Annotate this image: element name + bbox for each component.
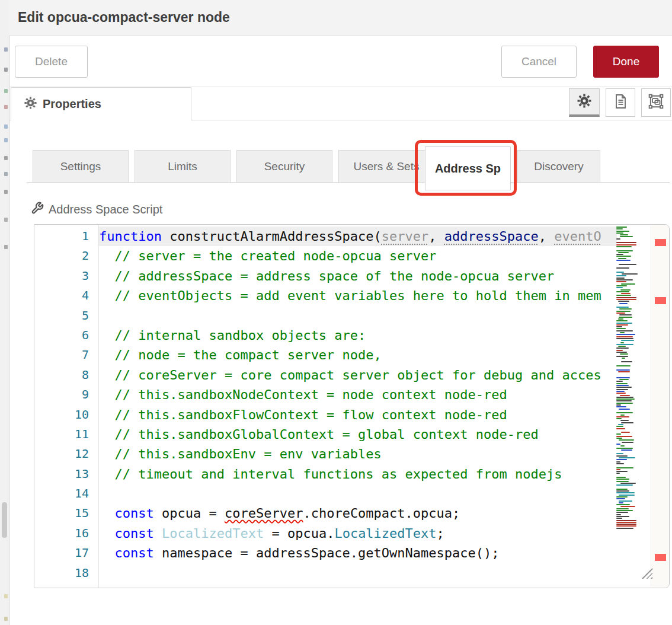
minimap-line — [616, 403, 633, 404]
minimap-line — [616, 467, 633, 468]
minimap-line — [621, 422, 633, 423]
minimap-line — [616, 297, 636, 298]
palette-node-mark — [4, 172, 8, 176]
code-editor[interactable]: 12345678910111213141516171819 function c… — [34, 224, 670, 588]
line-number: 18 — [34, 563, 98, 583]
palette-node-mark — [4, 218, 8, 222]
ruler-error-marker[interactable] — [655, 239, 666, 246]
minimap-line — [616, 436, 632, 437]
minimap-line — [616, 492, 635, 493]
minimap-line — [620, 483, 636, 484]
minimap-line — [616, 528, 633, 529]
tab-address-space[interactable]: Address Sp — [425, 146, 511, 190]
line-number: 14 — [34, 484, 98, 503]
code-line: // internal sandbox objects are: — [99, 326, 620, 345]
line-number: 17 — [34, 543, 98, 563]
minimap-line — [616, 387, 632, 388]
minimap-line — [616, 381, 623, 382]
delete-button[interactable]: Delete — [15, 46, 88, 78]
minimap-line — [621, 293, 631, 294]
tab-discovery[interactable]: Discovery — [517, 150, 600, 183]
properties-icon-button[interactable] — [569, 88, 600, 117]
tab-users-sets[interactable]: Users & Sets — [338, 150, 434, 183]
minimap-line — [616, 469, 620, 470]
code-line: // addressSpace = address space of the n… — [99, 266, 620, 286]
minimap-line — [616, 254, 623, 255]
minimap-line — [616, 471, 628, 472]
minimap-line — [616, 489, 628, 490]
minimap-line — [616, 352, 627, 353]
minimap-line — [619, 457, 635, 458]
line-number: 19 — [34, 583, 98, 588]
resize-grip-icon[interactable] — [640, 566, 652, 579]
minimap-line — [616, 416, 629, 417]
minimap-line — [619, 314, 632, 315]
minimap-line — [616, 448, 633, 449]
minimap-line — [618, 346, 626, 347]
tab-security[interactable]: Security — [236, 150, 332, 183]
tab-limits[interactable]: Limits — [135, 150, 231, 183]
minimap-line — [616, 250, 633, 251]
minimap-line — [620, 236, 633, 237]
ruler-error-marker[interactable] — [655, 297, 666, 304]
minimap-line — [616, 391, 625, 392]
minimap-line — [616, 400, 632, 401]
minimap-line — [616, 281, 626, 282]
minimap-line — [616, 278, 625, 279]
minimap-line — [616, 484, 633, 486]
minimap-line — [616, 320, 628, 321]
minimap-line — [616, 295, 631, 296]
minimap-line — [616, 232, 623, 234]
line-number: 13 — [34, 464, 98, 484]
minimap-line — [616, 508, 629, 509]
minimap-line — [620, 506, 635, 507]
code-text-area[interactable]: function constructAlarmAddressSpace(serv… — [99, 227, 620, 588]
line-number: 11 — [34, 425, 98, 444]
minimap-line — [616, 275, 626, 276]
minimap-line — [616, 328, 626, 329]
minimap-line — [620, 332, 625, 333]
minimap-line — [616, 291, 629, 292]
minimap-line — [616, 453, 623, 454]
cancel-button[interactable]: Cancel — [501, 46, 577, 78]
code-line — [99, 563, 620, 583]
line-number: 12 — [34, 444, 98, 464]
minimap-line — [616, 490, 629, 492]
minimap-line — [618, 258, 626, 259]
tab-properties[interactable]: Properties — [11, 87, 191, 120]
minimap-line — [619, 317, 632, 318]
minimap-line — [616, 516, 629, 517]
minimap-line — [620, 289, 631, 291]
minimap-line — [616, 496, 628, 498]
description-icon-button[interactable] — [606, 88, 635, 117]
minimap-line — [616, 524, 636, 525]
ruler-error-marker[interactable] — [655, 554, 666, 561]
appearance-icon-button[interactable] — [641, 88, 671, 117]
appearance-frame-icon — [648, 94, 664, 111]
palette-node-mark — [4, 617, 8, 621]
line-number: 5 — [34, 306, 98, 326]
line-number: 7 — [34, 345, 98, 365]
minimap-line — [616, 244, 636, 245]
minimap-line — [616, 385, 629, 386]
minimap-line — [616, 330, 633, 331]
section-header: Address Space Script — [31, 202, 162, 217]
minimap-line — [619, 502, 623, 503]
minimap-line — [616, 338, 633, 339]
minimap-line — [622, 273, 638, 275]
overview-ruler[interactable] — [651, 225, 670, 588]
minimap-line — [621, 432, 631, 433]
tab-settings[interactable]: Settings — [33, 150, 129, 183]
minimap-line — [620, 234, 628, 235]
done-button[interactable]: Done — [593, 46, 659, 78]
left-scrollbar-thumb[interactable] — [2, 502, 7, 538]
minimap-line — [616, 311, 631, 312]
code-line: // server = the created node-opcua serve… — [99, 246, 620, 266]
palette-node-mark — [4, 245, 8, 249]
minimap[interactable] — [616, 227, 638, 535]
code-line: function constructAlarmAddressSpace(serv… — [99, 227, 620, 246]
minimap-line — [616, 336, 633, 337]
minimap-line — [616, 246, 632, 247]
minimap-line — [616, 344, 633, 345]
minimap-line — [616, 426, 623, 427]
